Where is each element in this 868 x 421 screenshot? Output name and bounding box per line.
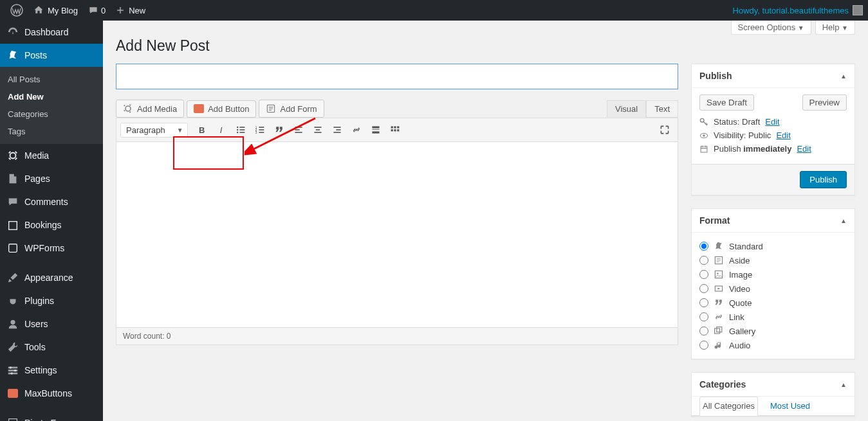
menu-appearance[interactable]: Appearance: [0, 266, 103, 289]
image-icon: [714, 269, 724, 280]
wp-logo[interactable]: [5, 0, 28, 21]
menu-posts[interactable]: Posts: [0, 44, 103, 67]
editor-content[interactable]: [116, 141, 678, 328]
preview-button[interactable]: Preview: [802, 94, 847, 111]
format-radio[interactable]: [699, 298, 708, 307]
format-option-link[interactable]: Link: [699, 310, 847, 324]
categories-heading[interactable]: Categories▲: [692, 373, 854, 397]
main-content: Screen Options ▼ Help ▼ Add New Post Add…: [103, 21, 868, 421]
add-button-button[interactable]: Add Button: [187, 100, 256, 118]
save-draft-button[interactable]: Save Draft: [699, 94, 754, 111]
align-left-button[interactable]: [290, 121, 308, 139]
add-media-button[interactable]: Add Media: [116, 100, 184, 118]
comments-count: 0: [101, 6, 106, 15]
menu-maxbuttons[interactable]: MaxButtons: [0, 382, 103, 405]
format-radio[interactable]: [699, 284, 708, 293]
submenu-categories[interactable]: Categories: [0, 105, 103, 123]
edit-status-link[interactable]: Edit: [765, 117, 779, 127]
key-icon: [699, 118, 708, 127]
format-option-audio[interactable]: Audio: [699, 338, 847, 352]
menu-media[interactable]: Media: [0, 144, 103, 167]
menu-users[interactable]: Users: [0, 312, 103, 336]
svg-point-4: [10, 320, 15, 325]
admin-menu: Dashboard Posts All Posts Add New Catego…: [0, 21, 103, 421]
format-radio[interactable]: [699, 327, 708, 336]
editor-tab-text[interactable]: Text: [646, 100, 678, 118]
menu-comments[interactable]: Comments: [0, 190, 103, 213]
edit-visibility-link[interactable]: Edit: [776, 130, 790, 140]
svg-rect-32: [315, 129, 319, 130]
svg-rect-41: [394, 126, 396, 128]
format-option-quote[interactable]: Quote: [699, 296, 847, 310]
format-radio[interactable]: [699, 341, 708, 350]
menu-tools[interactable]: Tools: [0, 336, 103, 359]
ol-button[interactable]: 123: [251, 121, 269, 139]
format-option-standard[interactable]: Standard: [699, 239, 847, 253]
howdy[interactable]: Howdy, tutorial.beautifulthemes: [728, 5, 868, 15]
chevron-down-icon: ▼: [798, 24, 804, 31]
bold-button[interactable]: B: [193, 121, 211, 139]
italic-button[interactable]: I: [212, 121, 230, 139]
menu-pirate-forms[interactable]: Pirate Forms: [0, 411, 103, 421]
svg-rect-28: [295, 127, 302, 128]
link-button[interactable]: [347, 121, 365, 139]
dashboard-icon: [6, 26, 19, 39]
video-icon: [714, 283, 724, 294]
submenu-all-posts[interactable]: All Posts: [0, 71, 103, 88]
post-title-input[interactable]: [116, 64, 678, 89]
format-option-video[interactable]: Video: [699, 282, 847, 296]
svg-rect-30: [295, 132, 302, 133]
svg-rect-25: [259, 127, 264, 128]
chevron-down-icon: ▼: [177, 127, 183, 134]
format-option-image[interactable]: Image: [699, 267, 847, 282]
menu-wpforms[interactable]: WPForms: [0, 237, 103, 260]
format-radio[interactable]: [699, 242, 708, 251]
svg-rect-43: [391, 129, 392, 131]
categories-tab-all[interactable]: All Categories: [699, 397, 758, 416]
comments-link[interactable]: 0: [83, 0, 111, 21]
quote-button[interactable]: [270, 121, 288, 139]
align-right-button[interactable]: [328, 121, 346, 139]
format-heading[interactable]: Format▲: [692, 209, 854, 233]
svg-rect-33: [314, 132, 321, 133]
svg-rect-3: [9, 244, 17, 253]
format-option-aside[interactable]: Aside: [699, 253, 847, 267]
svg-rect-26: [259, 129, 264, 130]
submenu-add-new[interactable]: Add New: [0, 88, 103, 105]
categories-tab-most-used[interactable]: Most Used: [767, 397, 813, 416]
svg-point-8: [10, 366, 12, 369]
format-radio[interactable]: [699, 312, 708, 321]
align-center-button[interactable]: [309, 121, 327, 139]
site-link[interactable]: My Blog: [28, 0, 83, 21]
menu-pages[interactable]: Pages: [0, 167, 103, 190]
menu-plugins[interactable]: Plugins: [0, 289, 103, 312]
menu-bookings[interactable]: Bookings: [0, 213, 103, 237]
menu-dashboard[interactable]: Dashboard: [0, 21, 103, 44]
svg-point-13: [125, 106, 131, 111]
format-radio[interactable]: [699, 256, 708, 265]
publish-button[interactable]: Publish: [800, 171, 847, 188]
svg-rect-31: [314, 127, 321, 128]
screen-options-tab[interactable]: Screen Options ▼: [731, 21, 811, 35]
format-option-gallery[interactable]: Gallery: [699, 324, 847, 338]
fullscreen-button[interactable]: [656, 121, 674, 139]
add-form-button[interactable]: Add Form: [259, 100, 324, 118]
submenu-tags[interactable]: Tags: [0, 123, 103, 140]
gallery-icon: [714, 326, 724, 336]
svg-point-1: [10, 153, 16, 159]
ul-button[interactable]: [232, 121, 250, 139]
format-select[interactable]: Paragraph▼: [120, 123, 188, 138]
publish-heading[interactable]: Publish▲: [692, 64, 854, 88]
new-content[interactable]: New: [111, 0, 151, 21]
readmore-button[interactable]: [367, 121, 385, 139]
edit-date-link[interactable]: Edit: [797, 144, 811, 154]
toolbar-toggle-button[interactable]: [386, 121, 404, 139]
format-radio[interactable]: [699, 270, 708, 279]
admin-bar: My Blog 0 New Howdy, tutorial.beautifult…: [0, 0, 868, 21]
calendar-icon: [699, 145, 708, 154]
chevron-up-icon: ▲: [840, 217, 847, 224]
editor-tab-visual[interactable]: Visual: [607, 100, 646, 118]
help-tab[interactable]: Help ▼: [815, 21, 855, 35]
svg-rect-40: [391, 126, 392, 128]
menu-settings[interactable]: Settings: [0, 359, 103, 382]
